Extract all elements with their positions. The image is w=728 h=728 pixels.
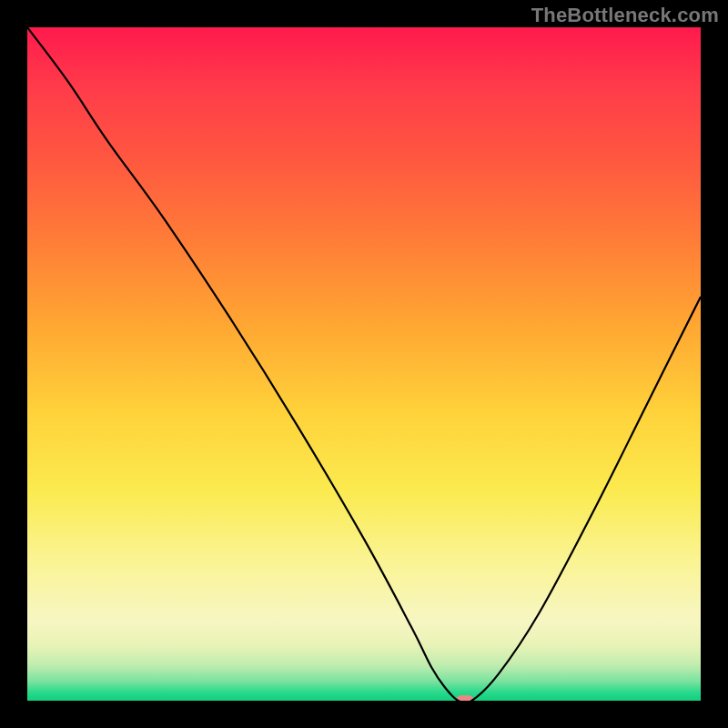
- plot-area: [27, 27, 701, 701]
- chart-frame: TheBottleneck.com: [0, 0, 728, 728]
- watermark-text: TheBottleneck.com: [531, 4, 719, 27]
- bottleneck-curve-path: [27, 27, 701, 701]
- curve-svg: [27, 27, 701, 701]
